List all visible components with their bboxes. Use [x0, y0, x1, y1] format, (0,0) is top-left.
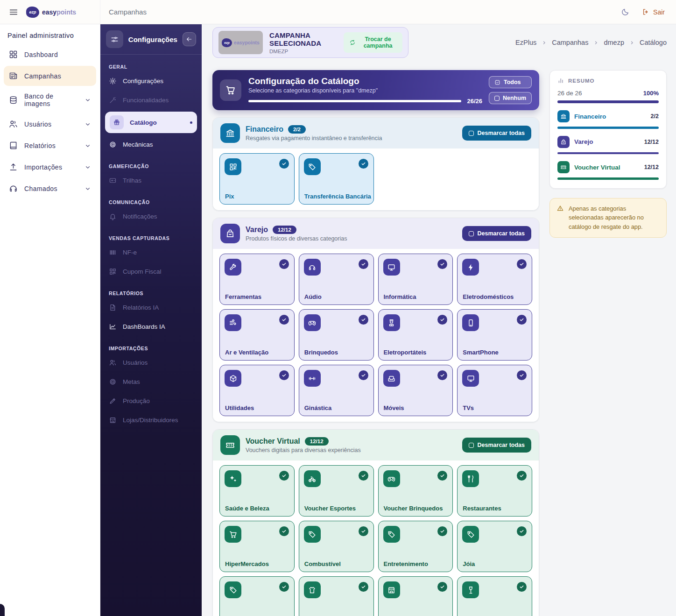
category-card-tvs[interactable]: TVs [457, 365, 532, 416]
category-card-eletrodom-sticos[interactable]: Eletrodomésticos [457, 254, 532, 305]
category-card-departamento[interactable]: Departamento [378, 576, 453, 616]
category-card-entretenimento[interactable]: Entretenimento [378, 521, 453, 572]
check-icon[interactable] [437, 526, 447, 536]
category-card-eletroport-teis[interactable]: Eletroportáteis [378, 309, 453, 361]
section-count-badge: 12/12 [305, 437, 329, 446]
deselect-all-button[interactable]: Desmarcar todas [462, 226, 531, 241]
summary-total-bar [557, 100, 659, 103]
config-item-nf-e[interactable]: NF-e [100, 243, 202, 262]
check-icon[interactable] [437, 259, 447, 269]
category-card-moda[interactable]: Moda [299, 576, 374, 616]
check-icon[interactable] [359, 259, 368, 269]
check-icon[interactable] [517, 315, 527, 325]
config-sidebar-sections: GERALConfiguraçõesFuncionalidadesCatálog… [100, 55, 202, 430]
check-icon[interactable] [279, 315, 289, 325]
check-icon[interactable] [517, 526, 527, 536]
check-icon[interactable] [279, 259, 289, 269]
check-icon[interactable] [359, 159, 368, 169]
deselect-all-button[interactable]: Desmarcar todas [462, 126, 531, 141]
breadcrumb-item-ezplus[interactable]: EzPlus [515, 39, 536, 46]
sidebar-item-banco-de-imagens[interactable]: Banco de imagens [4, 87, 96, 113]
check-icon[interactable] [437, 370, 447, 380]
logout-button[interactable]: Sair [642, 8, 665, 16]
breadcrumb-item-campanhas[interactable]: Campanhas [552, 39, 588, 46]
category-card-brinquedos[interactable]: Brinquedos [299, 309, 374, 361]
dark-mode-icon[interactable] [620, 7, 630, 17]
menu-icon[interactable] [8, 7, 19, 17]
check-icon[interactable] [279, 159, 289, 169]
category-card-hipermercados[interactable]: HiperMercados [219, 521, 295, 572]
config-item-mec-nicas[interactable]: Mecânicas [100, 135, 202, 154]
bolt-icon [462, 259, 479, 276]
check-icon[interactable] [279, 370, 289, 380]
config-item-funcionalidades[interactable]: Funcionalidades [100, 91, 202, 110]
deselect-all-button[interactable]: Desmarcar todas [462, 438, 531, 453]
config-item-metas[interactable]: Metas [100, 372, 202, 391]
category-card-a-dio[interactable]: Aúdio [299, 254, 374, 305]
category-card-transfer-ncia-banc-ria[interactable]: Transferência Bancária [299, 153, 374, 205]
category-card-casa-e-decora-o[interactable]: Casa e Decoração [219, 576, 295, 616]
users-icon [8, 119, 18, 129]
news-icon [8, 71, 18, 81]
check-icon[interactable] [359, 526, 368, 536]
select-all-button[interactable]: Todos [489, 76, 532, 88]
config-item-configura-es[interactable]: Configurações [100, 71, 202, 91]
warning-icon [556, 205, 564, 232]
sidebar-item-relat-rios[interactable]: Relatórios [4, 135, 96, 156]
database-icon [8, 95, 18, 105]
category-card-smartphone[interactable]: SmartPhone [457, 309, 532, 361]
check-icon[interactable] [517, 370, 527, 380]
category-card-inform-tica[interactable]: Informática [378, 254, 453, 305]
catalog-config-banner: Configuração do Catálogo Selecione as ca… [212, 70, 539, 110]
change-campaign-button[interactable]: Trocar de campanha [344, 32, 402, 53]
config-item-relat-rios-ia[interactable]: Relatórios IA [100, 298, 202, 317]
config-item-cupom-fiscal[interactable]: Cupom Fiscal [100, 262, 202, 281]
config-item-cat-logo[interactable]: Catálogo [105, 112, 197, 133]
config-item-dashboards-ia[interactable]: DashBoards IA [100, 317, 202, 336]
config-item-usu-rios[interactable]: Usuários [100, 353, 202, 372]
category-card-combust-vel[interactable]: Combustível [299, 521, 374, 572]
category-card-utilidades[interactable]: Utilidades [219, 365, 295, 416]
category-card-restaurantes[interactable]: Restaurantes [457, 465, 532, 517]
category-card-m-veis[interactable]: Móveis [378, 365, 453, 416]
collapse-sidebar-button[interactable] [183, 32, 196, 46]
category-card-sa-de-e-beleza[interactable]: Saúde e Beleza [219, 465, 295, 517]
category-card-vinhos[interactable]: Vinhos [457, 576, 532, 616]
category-card-j-ia[interactable]: Jóia [457, 521, 532, 572]
check-icon[interactable] [517, 259, 527, 269]
check-icon[interactable] [279, 471, 289, 481]
sidebar-item-chamados[interactable]: Chamados [4, 178, 96, 198]
logo-mark: ezp [26, 7, 39, 18]
select-none-button[interactable]: Nenhum [489, 92, 532, 104]
check-icon[interactable] [359, 582, 368, 592]
shirt-icon [304, 581, 321, 598]
check-icon[interactable] [359, 471, 368, 481]
sidebar-item-campanhas[interactable]: Campanhas [4, 66, 96, 86]
sidebar-item-importa-es[interactable]: Importações [4, 157, 96, 177]
config-item-produ-o[interactable]: Produção [100, 391, 202, 411]
category-card-voucher-brinquedos[interactable]: Voucher Brinquedos [378, 465, 453, 517]
config-item-trilhas[interactable]: Trilhas [100, 171, 202, 190]
check-icon[interactable] [517, 582, 527, 592]
category-card-pix[interactable]: Pix [219, 153, 295, 205]
check-icon[interactable] [517, 471, 527, 481]
section-description: Produtos físicos de diversas categorias [246, 235, 347, 242]
breadcrumb-item-dmezp[interactable]: dmezp [604, 39, 624, 46]
sidebar-item-dashboard[interactable]: Dashboard [4, 44, 96, 64]
category-card-ferramentas[interactable]: Ferramentas [219, 254, 295, 305]
check-icon[interactable] [437, 315, 447, 325]
check-icon[interactable] [359, 315, 368, 325]
category-card-ar-e-ventila-o[interactable]: Ar e Ventilação [219, 309, 295, 361]
config-item-notifica-es[interactable]: Notificações [100, 207, 202, 226]
category-card-gin-stica[interactable]: Ginástica [299, 365, 374, 416]
sidebar-item-usu-rios[interactable]: Usuários [4, 114, 96, 134]
check-icon[interactable] [279, 526, 289, 536]
category-card-voucher-esportes[interactable]: Voucher Esportes [299, 465, 374, 517]
breadcrumb-item-catálogo[interactable]: Catálogo [640, 39, 667, 46]
monitor-icon [383, 259, 400, 276]
check-icon[interactable] [437, 582, 447, 592]
check-icon[interactable] [279, 582, 289, 592]
config-item-lojas-distribuidores[interactable]: Lojas/Distribuidores [100, 411, 202, 430]
check-icon[interactable] [359, 370, 368, 380]
check-icon[interactable] [437, 471, 447, 481]
